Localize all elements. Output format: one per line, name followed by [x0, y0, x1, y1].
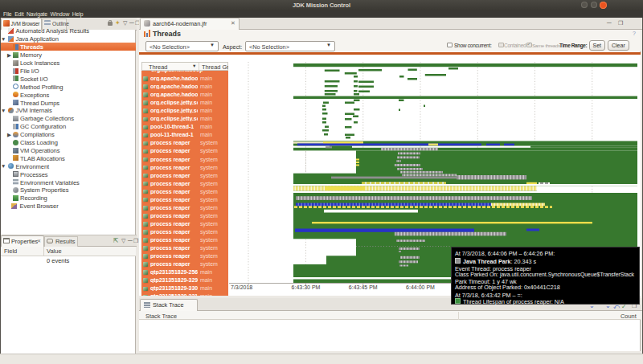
svg-text:6:43:45 PM: 6:43:45 PM [349, 284, 378, 290]
svg-text:7/3/2018: 7/3/2018 [231, 284, 252, 290]
svg-text:6:43:30 PM: 6:43:30 PM [292, 284, 321, 290]
svg-text:6:44:00 PM: 6:44:00 PM [406, 284, 435, 290]
